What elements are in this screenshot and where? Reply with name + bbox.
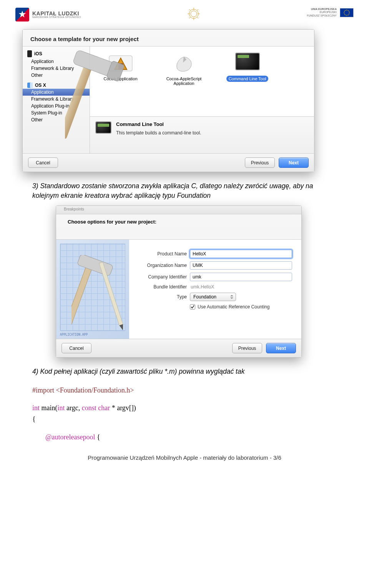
type-select-value: Foundation [193, 294, 216, 300]
sidebar-item-ios-other[interactable]: Other [23, 72, 90, 79]
screenshot-project-options: Breakpoints Choose options for your new … [56, 205, 302, 358]
screenshot-template-chooser: Choose a template for your new project i… [22, 29, 314, 172]
code-import-keyword: #import [32, 386, 54, 394]
svg-point-16 [348, 15, 349, 15]
next-button[interactable]: Next [279, 157, 309, 168]
type-select[interactable]: Foundation [190, 293, 236, 301]
previous-button[interactable]: Previous [245, 157, 275, 168]
svg-point-22 [345, 10, 346, 11]
eu-line1: UNIA EUROPEJSKA [307, 8, 337, 11]
template-cocoa-application[interactable]: Cocoa Application [95, 53, 146, 82]
blueprint-caption: APPLICATION.APP [60, 333, 88, 336]
template-sidebar: iOS Application Framework & Library Othe… [23, 46, 90, 153]
cancel-button[interactable]: Cancel [62, 343, 91, 353]
code-char-keyword: char [96, 404, 110, 412]
checkbox-icon [190, 304, 195, 310]
logo-kapital-ludzki: KAPITAŁ LUDZKI NARODOWA STRATEGIA SPÓJNO… [15, 8, 81, 22]
code-brace: { [32, 414, 337, 425]
arc-label: Use Automatic Reference Counting [198, 304, 269, 310]
sidebar-header-ios-label: iOS [34, 51, 42, 56]
code-int-keyword2: int [58, 404, 65, 412]
page-footer: Programowanie Urządzeń Mobilnych Apple -… [15, 454, 354, 461]
eu-line2: EUROPEJSKI [307, 11, 337, 14]
svg-point-13 [349, 11, 349, 12]
bundle-identifier-label: Bundle Identifier [133, 284, 187, 290]
command-line-tool-icon [234, 53, 261, 73]
dialog2-title: Choose options for your new project: [68, 219, 294, 225]
svg-point-17 [346, 15, 347, 16]
svg-point-15 [349, 13, 349, 14]
svg-line-8 [197, 17, 198, 18]
product-name-label: Product Name [133, 251, 187, 257]
svg-line-7 [189, 9, 191, 11]
svg-point-20 [344, 12, 344, 13]
bundle-identifier-value: umk.HelloX [190, 284, 214, 290]
description-title: Command Line Tool [116, 121, 201, 127]
cancel-button[interactable]: Cancel [28, 157, 58, 168]
eu-flag-icon [340, 8, 354, 17]
product-name-input[interactable] [190, 250, 292, 258]
svg-point-21 [344, 11, 345, 12]
sidebar-item-osx-other[interactable]: Other [23, 116, 90, 123]
code-const-keyword: const [82, 404, 96, 412]
svg-point-18 [345, 15, 346, 15]
organization-name-label: Organization Name [133, 263, 187, 268]
sidebar-header-osx[interactable]: OS X [23, 81, 90, 89]
sidebar-item-osx-plugin[interactable]: Application Plug-in [23, 103, 90, 109]
cocoa-applescript-icon [170, 53, 198, 73]
code-int-keyword: int [32, 404, 40, 412]
paragraph-3: 3) Standardowo zostanie stworzona zwykła… [32, 181, 337, 200]
eu-line3: FUNDUSZ SPOŁECZNY [307, 14, 337, 17]
svg-marker-33 [119, 324, 125, 331]
code-import-target: <Foundation/Foundation.h> [56, 386, 134, 394]
command-line-tool-mini-icon [95, 121, 111, 135]
code-text: main( [40, 404, 58, 412]
sidebar-item-ios-framework[interactable]: Framework & Library [23, 65, 90, 72]
paragraph-4: 4) Kod pełnej aplikacji (czyli zawartość… [32, 367, 337, 376]
sidebar-item-osx-application[interactable]: Application [23, 89, 90, 96]
code-snippet: #import <Foundation/Foundation.h> int ma… [32, 385, 337, 443]
arc-checkbox[interactable]: Use Automatic Reference Counting [190, 304, 292, 310]
blueprint-illustration: APPLICATION.APP [56, 240, 129, 339]
center-emblem-icon [188, 8, 200, 20]
sidebar-item-osx-framework[interactable]: Framework & Library [23, 96, 90, 103]
template-label: Command Line Tool [226, 76, 269, 82]
kl-badge-icon [15, 8, 29, 22]
svg-rect-31 [77, 255, 113, 277]
svg-point-12 [348, 10, 349, 11]
sidebar-header-ios[interactable]: iOS [23, 49, 90, 58]
next-button[interactable]: Next [266, 343, 296, 353]
svg-line-9 [197, 9, 198, 11]
sidebar-item-ios-application[interactable]: Application [23, 58, 90, 65]
code-text: * argv[]) [110, 404, 136, 412]
previous-button[interactable]: Previous [232, 343, 262, 353]
cocoa-app-icon [107, 53, 135, 73]
code-autoreleasepool: @autoreleasepool [45, 433, 95, 441]
template-label: Cocoa Application [101, 76, 140, 82]
template-description-pane: Command Line Tool This template builds a… [90, 116, 314, 153]
project-options-form: Product Name Organization Name Company I… [129, 240, 301, 339]
svg-marker-0 [19, 11, 26, 17]
kl-title: KAPITAŁ LUDZKI [32, 11, 81, 16]
svg-rect-24 [30, 83, 33, 88]
finder-icon [27, 83, 33, 88]
svg-line-10 [189, 17, 191, 18]
kl-subtitle: NARODOWA STRATEGIA SPÓJNOŚCI [32, 16, 81, 19]
sidebar-header-osx-label: OS X [35, 83, 46, 88]
hammer-pencil-icon [71, 255, 129, 336]
type-label: Type [133, 294, 187, 300]
template-command-line-tool[interactable]: Command Line Tool [221, 53, 273, 82]
logo-eu: UNIA EUROPEJSKA EUROPEJSKI FUNDUSZ SPOŁE… [307, 8, 354, 17]
company-identifier-input[interactable] [190, 273, 292, 281]
svg-point-14 [349, 12, 350, 13]
template-label: Cocoa-AppleScript Application [158, 76, 210, 86]
organization-name-input[interactable] [190, 261, 292, 270]
sidebar-item-osx-system-plugin[interactable]: System Plug-in [23, 109, 90, 116]
company-identifier-label: Company Identifier [133, 274, 187, 280]
svg-point-11 [346, 10, 347, 10]
code-brace2: { [95, 433, 100, 441]
svg-rect-29 [118, 63, 123, 70]
template-cocoa-applescript[interactable]: Cocoa-AppleScript Application [158, 53, 210, 86]
iphone-icon [27, 50, 32, 57]
dialog-title: Choose a template for your new project [23, 30, 314, 46]
